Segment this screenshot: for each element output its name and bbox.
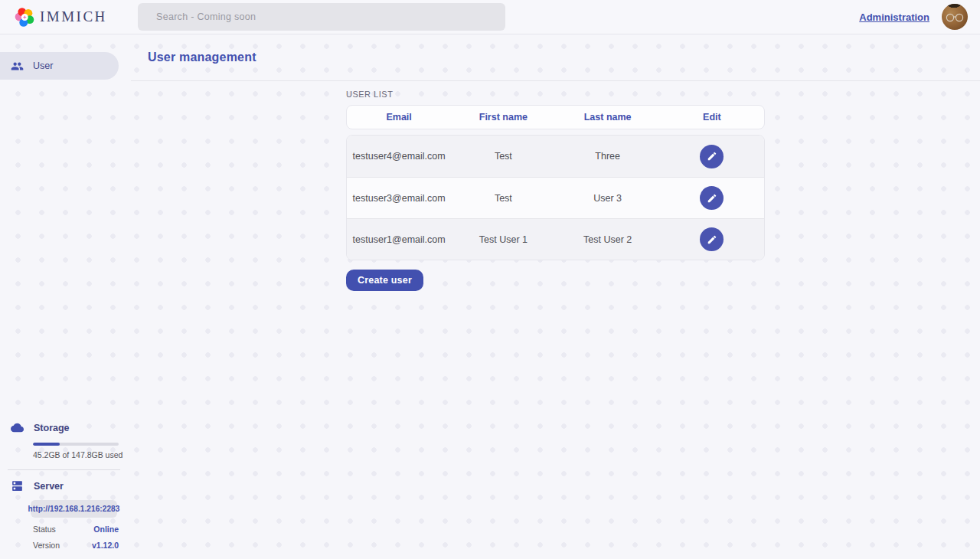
server-section-header: Server bbox=[0, 479, 131, 492]
sidebar-item-user-label: User bbox=[33, 60, 53, 71]
administration-link[interactable]: Administration bbox=[859, 11, 929, 23]
column-header-email: Email bbox=[347, 112, 451, 123]
storage-progress-bar bbox=[33, 443, 119, 446]
sidebar-footer: Storage 45.2GB of 147.8GB used Server ht… bbox=[0, 421, 131, 559]
server-version-label: Version bbox=[33, 541, 60, 550]
edit-user-button[interactable] bbox=[700, 145, 724, 168]
user-list-label: USER LIST bbox=[346, 90, 765, 99]
logo-text: IMMICH bbox=[40, 8, 107, 25]
user-list-section: USER LIST Email First name Last name Edi… bbox=[346, 90, 765, 291]
cell-last-name: User 3 bbox=[556, 193, 660, 204]
user-table-body: testuser4@email.com Test Three testuser3… bbox=[346, 135, 765, 260]
sidebar: User Storage 45.2GB of 147.8GB used Serv… bbox=[0, 34, 131, 559]
cell-first-name: Test User 1 bbox=[451, 234, 555, 245]
server-url-badge: http://192.168.1.216:2283 bbox=[31, 500, 117, 518]
storage-section-header: Storage bbox=[0, 421, 131, 434]
server-icon bbox=[11, 479, 24, 492]
sidebar-item-user[interactable]: User bbox=[0, 52, 119, 80]
immich-flower-icon bbox=[15, 7, 35, 28]
cell-email: testuser1@email.com bbox=[347, 234, 451, 245]
cloud-icon bbox=[11, 421, 24, 434]
search-input[interactable]: Search - Coming soon bbox=[138, 3, 505, 31]
cell-email: testuser4@email.com bbox=[347, 151, 451, 162]
table-row: testuser4@email.com Test Three bbox=[347, 136, 764, 177]
cell-last-name: Test User 2 bbox=[556, 234, 660, 245]
server-status-row: Status Online bbox=[33, 525, 119, 534]
storage-title: Storage bbox=[34, 423, 70, 433]
page-title: User management bbox=[148, 51, 256, 64]
edit-user-button[interactable] bbox=[700, 186, 724, 210]
users-icon bbox=[11, 60, 24, 73]
cell-email: testuser3@email.com bbox=[347, 193, 451, 204]
storage-usage-text: 45.2GB of 147.8GB used bbox=[33, 450, 131, 459]
page-title-bar: User management bbox=[131, 34, 980, 81]
column-header-edit: Edit bbox=[660, 112, 764, 123]
search-placeholder: Search - Coming soon bbox=[156, 11, 256, 22]
edit-user-button[interactable] bbox=[700, 227, 724, 251]
column-header-first-name: First name bbox=[451, 112, 555, 123]
storage-progress-fill bbox=[33, 443, 60, 446]
server-status-value: Online bbox=[93, 525, 119, 534]
server-version-value: v1.12.0 bbox=[92, 541, 119, 550]
sidebar-divider bbox=[8, 469, 120, 470]
user-table-header: Email First name Last name Edit bbox=[346, 105, 765, 129]
pencil-icon bbox=[707, 151, 717, 162]
cell-last-name: Three bbox=[556, 151, 660, 162]
server-version-row: Version v1.12.0 bbox=[33, 541, 119, 550]
pencil-icon bbox=[707, 234, 717, 245]
cell-first-name: Test bbox=[451, 151, 555, 162]
main-content: User management USER LIST Email First na… bbox=[131, 34, 980, 559]
pencil-icon bbox=[707, 193, 717, 204]
immich-logo: IMMICH bbox=[15, 7, 107, 28]
app-header: IMMICH Search - Coming soon Administrati… bbox=[0, 0, 980, 34]
server-status-label: Status bbox=[33, 525, 56, 534]
cell-first-name: Test bbox=[451, 193, 555, 204]
column-header-last-name: Last name bbox=[556, 112, 660, 123]
table-row: testuser1@email.com Test User 1 Test Use… bbox=[347, 218, 764, 260]
server-title: Server bbox=[34, 481, 64, 492]
user-avatar[interactable] bbox=[942, 4, 968, 30]
header-right: Administration bbox=[859, 4, 968, 30]
create-user-button[interactable]: Create user bbox=[346, 270, 423, 291]
table-row: testuser3@email.com Test User 3 bbox=[347, 177, 764, 218]
glasses-icon bbox=[945, 13, 965, 22]
